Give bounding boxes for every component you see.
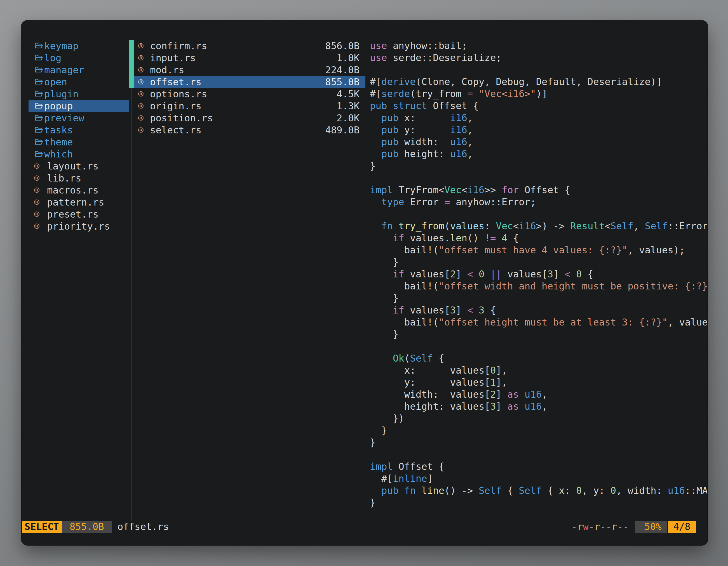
file-name: position.rs xyxy=(150,112,213,124)
code-line: use serde::Deserialize; xyxy=(370,52,707,64)
terminal-window: keymap log manager open plugin popup pre… xyxy=(22,21,707,545)
rust-icon: ® xyxy=(138,41,147,51)
sidebar-item-which[interactable]: which xyxy=(29,148,129,160)
parent-directory-pane: keymap log manager open plugin popup pre… xyxy=(22,40,132,232)
file-row-mod-rs[interactable]: ®mod.rs224.0B xyxy=(134,64,365,76)
sidebar-item-label: manager xyxy=(44,64,84,76)
preview-scroll-percent-badge: 50% xyxy=(635,521,666,533)
sidebar-item-preset-rs[interactable]: ®preset.rs xyxy=(29,208,129,220)
file-name: options.rs xyxy=(150,88,207,100)
rust-icon: ® xyxy=(138,77,147,87)
sidebar-item-pattern-rs[interactable]: ®pattern.rs xyxy=(29,196,129,208)
code-line: pub fn line() -> Self { Self { x: 0, y: … xyxy=(370,485,707,497)
rust-icon: ® xyxy=(34,209,44,219)
code-line: pub width: u16, xyxy=(370,136,707,148)
cursor-position-badge: 4/8 xyxy=(668,521,696,533)
code-line: } xyxy=(370,436,707,448)
sidebar-item-label: macros.rs xyxy=(47,185,98,196)
sidebar-item-label: preview xyxy=(44,112,84,124)
sidebar-item-label: keymap xyxy=(44,40,79,51)
file-size: 1.3K xyxy=(337,100,360,112)
code-line: pub y: i16, xyxy=(370,124,707,136)
file-name: select.rs xyxy=(150,125,201,136)
sidebar-item-label: plugin xyxy=(44,88,79,100)
code-line xyxy=(370,340,707,352)
folder-open-icon xyxy=(34,125,44,135)
rust-icon: ® xyxy=(34,221,44,231)
code-line: } xyxy=(370,328,707,340)
status-bar-right: -rw-r--r-- 50% 4/8 xyxy=(571,521,696,533)
code-line: y: values[1], xyxy=(370,376,707,388)
file-size: 224.0B xyxy=(325,64,360,76)
rust-icon: ® xyxy=(34,173,44,183)
sidebar-item-label: theme xyxy=(44,137,73,148)
code-line: type Error = anyhow::Error; xyxy=(370,196,707,208)
code-line: #[inline] xyxy=(370,473,707,485)
file-name: input.rs xyxy=(150,52,196,64)
file-row-offset-rs[interactable]: ®offset.rs855.0B xyxy=(134,76,365,88)
sidebar-item-label: pattern.rs xyxy=(47,197,104,208)
code-line: bail!("offset must have 4 values: {:?}",… xyxy=(370,244,707,256)
code-line: } xyxy=(370,292,707,304)
rust-icon: ® xyxy=(138,89,147,99)
sidebar-item-lib-rs[interactable]: ®lib.rs xyxy=(29,172,129,184)
mode-badge: SELECT xyxy=(22,521,62,533)
code-line: if values[2] < 0 || values[3] < 0 { xyxy=(370,268,707,280)
sidebar-item-layout-rs[interactable]: ®layout.rs xyxy=(29,160,129,172)
folder-open-icon xyxy=(34,149,44,159)
file-size-badge: 855.0B xyxy=(62,521,112,533)
folder-open-icon xyxy=(34,65,44,75)
sidebar-item-preview[interactable]: preview xyxy=(29,112,129,124)
sidebar-item-manager[interactable]: manager xyxy=(29,64,129,76)
file-row-input-rs[interactable]: ®input.rs1.0K xyxy=(134,52,365,64)
code-line: }) xyxy=(370,412,707,424)
file-row-confirm-rs[interactable]: ®confirm.rs856.0B xyxy=(134,40,365,52)
status-bar: SELECT 855.0B offset.rs -rw-r--r-- 50% 4… xyxy=(22,521,707,533)
code-line: impl TryFrom<Vec<i16>> for Offset { xyxy=(370,184,707,196)
code-line: } xyxy=(370,424,707,436)
sidebar-item-popup[interactable]: popup xyxy=(29,100,129,112)
code-line: impl Offset { xyxy=(370,461,707,473)
code-line: } xyxy=(370,160,707,172)
file-name: confirm.rs xyxy=(150,40,207,51)
folder-open-icon xyxy=(34,113,44,123)
rust-icon: ® xyxy=(34,185,44,195)
sidebar-item-open[interactable]: open xyxy=(29,76,129,88)
file-row-position-rs[interactable]: ®position.rs2.0K xyxy=(134,112,365,124)
folder-open-icon xyxy=(34,41,44,51)
sidebar-item-label: which xyxy=(44,149,73,160)
rust-icon: ® xyxy=(34,197,44,207)
file-size: 2.0K xyxy=(337,112,360,124)
code-line: if values[3] < 3 { xyxy=(370,304,707,316)
code-line: use anyhow::bail; xyxy=(370,40,707,52)
rust-icon: ® xyxy=(138,101,147,111)
code-line xyxy=(370,172,707,184)
code-line: fn try_from(values: Vec<i16>) -> Result<… xyxy=(370,220,707,232)
file-size: 489.0B xyxy=(325,125,360,136)
file-name: mod.rs xyxy=(150,64,184,76)
sidebar-item-theme[interactable]: theme xyxy=(29,136,129,148)
sidebar-item-priority-rs[interactable]: ®priority.rs xyxy=(29,220,129,232)
rust-icon: ® xyxy=(34,161,44,171)
sidebar-item-plugin[interactable]: plugin xyxy=(29,88,129,100)
code-line: #[serde(try_from = "Vec<i16>")] xyxy=(370,88,707,100)
code-line: } xyxy=(370,256,707,268)
folder-open-icon xyxy=(34,137,44,147)
code-line: pub x: i16, xyxy=(370,112,707,124)
sidebar-item-log[interactable]: log xyxy=(29,52,129,64)
file-row-options-rs[interactable]: ®options.rs4.5K xyxy=(134,88,365,100)
rust-icon: ® xyxy=(138,125,147,135)
sidebar-item-tasks[interactable]: tasks xyxy=(29,124,129,136)
sidebar-item-macros-rs[interactable]: ®macros.rs xyxy=(29,184,129,196)
file-row-select-rs[interactable]: ®select.rs489.0B xyxy=(134,124,365,136)
code-line: height: values[3] as u16, xyxy=(370,400,707,412)
code-line: bail!("offset width and height must be p… xyxy=(370,280,707,292)
sidebar-item-label: popup xyxy=(44,100,73,112)
code-line xyxy=(370,208,707,220)
sidebar-item-label: open xyxy=(44,76,67,88)
pane-separator xyxy=(367,40,367,521)
file-row-origin-rs[interactable]: ®origin.rs1.3K xyxy=(134,100,365,112)
folder-open-icon xyxy=(34,101,44,111)
sidebar-item-label: log xyxy=(44,52,61,64)
sidebar-item-keymap[interactable]: keymap xyxy=(29,40,129,52)
